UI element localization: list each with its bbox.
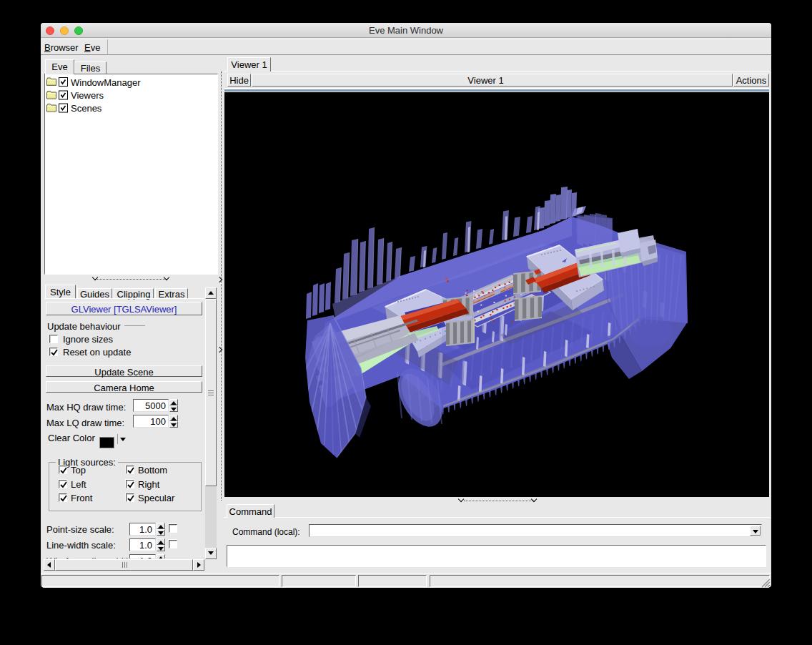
svg-text:Scenes: Scenes <box>71 103 102 114</box>
svg-text:WindowManager: WindowManager <box>71 77 141 88</box>
svg-text:Viewers: Viewers <box>71 90 104 101</box>
